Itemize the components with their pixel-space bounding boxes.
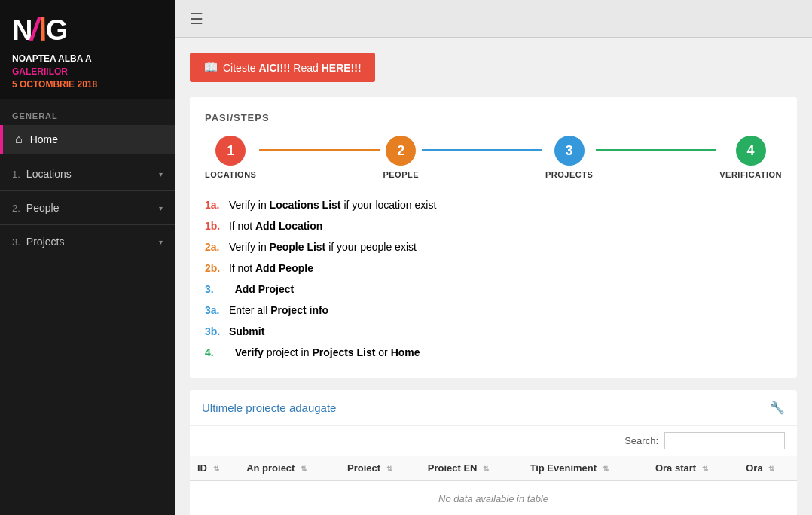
col-proiect-en[interactable]: Proiect EN ⇅ [420, 456, 523, 481]
chevron-down-icon-people: ▾ [159, 204, 163, 212]
step-item-1: 1 LOCATIONS [205, 136, 256, 179]
search-bar: Search: [190, 426, 797, 456]
steps-title: PASI/STEPS [205, 112, 782, 123]
alert-text: Citeste AICI!!! Read HERE!!! [223, 62, 362, 74]
step-item-2: 2 PEOPLE [383, 136, 419, 179]
step-circle-4: 4 [736, 136, 766, 166]
table-header-bar: Ultimele proiecte adaugate 🔧 [190, 390, 797, 426]
sort-icon-proiect-en: ⇅ [483, 465, 489, 473]
instruction-3: 3. Add Project [205, 279, 782, 300]
sidebar-tagline: NOAPTEA ALBA A GALERIILOR 5 OCTOMBRIE 20… [12, 53, 163, 90]
content-area: 📖 Citeste AICI!!! Read HERE!!! PASI/STEP… [175, 38, 812, 515]
sidebar-item-home-label: Home [30, 133, 163, 145]
sidebar-item-projects-number: 3. [12, 236, 20, 248]
sidebar-section-general: GENERAL [0, 99, 175, 125]
step-item-4: 4 VERIFICATION [719, 136, 782, 179]
logo-g: G [46, 14, 67, 46]
table-title: Ultimele proiecte adaugate [202, 401, 336, 414]
step-label-2: PEOPLE [383, 170, 419, 179]
tagline-line1: NOAPTEA ALBA A [12, 53, 163, 66]
step-label-4: VERIFICATION [719, 170, 782, 179]
sidebar: N/\G NOAPTEA ALBA A GALERIILOR 5 OCTOMBR… [0, 0, 175, 515]
sidebar-item-projects[interactable]: 3. Projects ▾ [0, 228, 175, 255]
sidebar-item-projects-label: Projects [26, 236, 159, 248]
col-tip-eveniment[interactable]: Tip Eveniment ⇅ [523, 456, 648, 481]
col-ora-start[interactable]: Ora start ⇅ [648, 456, 738, 481]
chevron-down-icon-projects: ▾ [159, 238, 163, 246]
col-proiect[interactable]: Proiect ⇅ [340, 456, 420, 481]
tagline-line3: 5 OCTOMBRIE 2018 [12, 78, 163, 91]
instruction-2a: 2a. Verify in People List if your people… [205, 236, 782, 258]
search-input[interactable] [664, 432, 785, 449]
step-line-1 [259, 149, 380, 151]
instruction-3b: 3b. Submit [205, 321, 782, 342]
logo: N/\G [12, 14, 163, 45]
sidebar-item-people-number: 2. [12, 203, 20, 214]
instruction-2b: 2b. If not Add People [205, 258, 782, 279]
divider-1 [0, 157, 175, 157]
divider-3 [0, 224, 175, 225]
data-table: ID ⇅ An proiect ⇅ Proiect ⇅ Proiect EN ⇅… [190, 456, 797, 515]
step-line-2 [422, 149, 542, 151]
sidebar-item-locations-number: 1. [12, 169, 20, 180]
step-circle-1: 1 [215, 136, 246, 166]
col-ora[interactable]: Ora ⇅ [738, 456, 797, 481]
sidebar-item-home[interactable]: ⌂ Home [0, 125, 175, 154]
step-line-3 [596, 149, 716, 151]
sidebar-item-people[interactable]: 2. People ▾ [0, 194, 175, 221]
sidebar-item-locations[interactable]: 1. Locations ▾ [0, 160, 175, 187]
step-circle-2: 2 [386, 136, 416, 166]
home-icon: ⌂ [15, 133, 23, 146]
sort-icon-tip: ⇅ [603, 465, 609, 473]
sort-icon-id: ⇅ [213, 465, 219, 473]
col-id[interactable]: ID ⇅ [190, 456, 239, 481]
main-content: ☰ 📖 Citeste AICI!!! Read HERE!!! PASI/ST… [175, 0, 812, 515]
step-label-1: LOCATIONS [205, 170, 256, 179]
hamburger-menu-icon[interactable]: ☰ [190, 10, 203, 28]
sort-icon-ora-start: ⇅ [702, 465, 708, 473]
step-item-3: 3 PROJECTS [545, 136, 593, 179]
instruction-1b: 1b. If not Add Location [205, 215, 782, 236]
table-section: Ultimele proiecte adaugate 🔧 Search: ID … [190, 390, 797, 515]
no-data-cell: No data available in table [190, 480, 797, 515]
sort-icon-proiect: ⇅ [386, 465, 392, 473]
col-an-proiect[interactable]: An proiect ⇅ [239, 456, 340, 481]
steps-section: PASI/STEPS 1 LOCATIONS 2 PEOPLE [190, 97, 797, 378]
instruction-3a: 3a. Enter all Project info [205, 300, 782, 321]
tagline-line2: GALERIILOR [12, 66, 163, 78]
sidebar-logo: N/\G NOAPTEA ALBA A GALERIILOR 5 OCTOMBR… [0, 0, 175, 99]
instruction-1a: 1a. Verify in Locations List if your loc… [205, 194, 782, 215]
sidebar-item-locations-label: Locations [26, 168, 159, 180]
book-icon: 📖 [203, 60, 218, 75]
instruction-4: 4. Verify project in Projects List or Ho… [205, 342, 782, 363]
sidebar-item-people-label: People [26, 202, 159, 214]
topbar: ☰ [175, 0, 812, 38]
steps-row: 1 LOCATIONS 2 PEOPLE 3 PROJECTS [205, 136, 782, 179]
sort-icon-ora: ⇅ [768, 465, 774, 473]
sort-icon-an: ⇅ [301, 465, 307, 473]
search-label: Search: [624, 435, 658, 446]
divider-2 [0, 190, 175, 191]
table-header-row: ID ⇅ An proiect ⇅ Proiect ⇅ Proiect EN ⇅… [190, 456, 797, 481]
alert-read-button[interactable]: 📖 Citeste AICI!!! Read HERE!!! [190, 53, 375, 82]
wrench-icon[interactable]: 🔧 [770, 401, 785, 415]
no-data-row: No data available in table [190, 480, 797, 515]
step-circle-3: 3 [554, 136, 585, 166]
chevron-down-icon-locations: ▾ [159, 170, 163, 178]
instructions: 1a. Verify in Locations List if your loc… [205, 194, 782, 363]
step-label-3: PROJECTS [545, 170, 593, 179]
